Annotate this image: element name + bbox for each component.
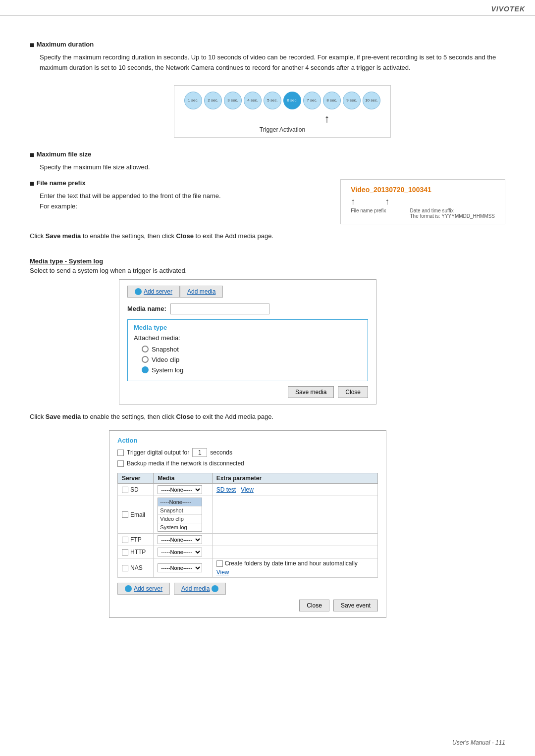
media-type-system-log-desc: Select to send a system log when a trigg…	[30, 267, 505, 274]
add-server-tab-label: Add server	[144, 288, 172, 295]
media-type-box: Media type Attached media: Snapshot Vide…	[127, 319, 368, 381]
attached-media-label: Attached media:	[134, 334, 362, 342]
email-option-video[interactable]: Video clip	[158, 515, 202, 523]
table-row: SD -----None----- Snapshot Video clip Sy…	[118, 484, 378, 496]
save-media-button[interactable]: Save media	[288, 386, 334, 398]
action-add-media-label: Add media	[181, 585, 210, 592]
filename-value: Video_20130720_100341	[351, 186, 495, 194]
add-server-tab[interactable]: Add server	[127, 286, 180, 298]
radio-video-clip-label: Video clip	[152, 356, 179, 363]
dot-6: 6 sec.	[283, 92, 301, 109]
dot-7: 7 sec.	[303, 92, 321, 109]
nas-media-select[interactable]: -----None----- Snapshot Video clip Syste…	[158, 563, 202, 572]
bullet-max-file-size: ■	[30, 151, 35, 159]
dot-5: 5 sec.	[264, 92, 281, 109]
backup-media-label: Backup media if the network is disconnec…	[127, 460, 244, 467]
trigger-diagram: 1 sec. 2 sec. 3 sec. 4 sec. 5 sec. 6 sec…	[174, 85, 391, 138]
nas-checkbox[interactable]	[122, 565, 128, 571]
nas-folder-label: Create folders by date time and hour aut…	[225, 560, 358, 567]
trigger-digital-input[interactable]	[192, 448, 207, 457]
save-media-note-1: Click Save media to enable the settings,…	[30, 231, 505, 241]
action-add-media-btn[interactable]: Add media	[174, 583, 226, 595]
filename-diagram: Video_20130720_100341 ↑ ↑ File name pref…	[340, 179, 505, 224]
ftp-checkbox[interactable]	[122, 537, 128, 543]
http-checkbox[interactable]	[122, 549, 128, 555]
brand-logo: VIVOTEK	[491, 5, 525, 13]
backup-media-checkbox[interactable]	[117, 460, 124, 467]
bullet-max-duration: ■	[30, 41, 35, 50]
email-server-label: Email	[130, 511, 145, 518]
dot-10: 10 sec.	[363, 92, 380, 109]
email-option-snapshot[interactable]: Snapshot	[158, 506, 202, 515]
col-header-media: Media	[154, 473, 212, 484]
nas-folder-checkbox[interactable]	[216, 560, 223, 567]
ftp-server-label: FTP	[130, 536, 142, 543]
fn-label-suffix: Date and time suffix	[410, 208, 495, 213]
col-header-extra: Extra parameter	[212, 473, 377, 484]
file-name-prefix-title: File name prefix	[37, 179, 86, 187]
dot-9: 9 sec.	[343, 92, 361, 109]
save-event-button[interactable]: Save event	[333, 600, 378, 611]
action-title: Action	[117, 437, 378, 444]
close-button[interactable]: Close	[338, 386, 368, 398]
fn-arrow-suffix: ↑	[385, 197, 389, 207]
trigger-digital-suffix: seconds	[210, 449, 232, 456]
ftp-media-select[interactable]: -----None----- Snapshot Video clip Syste…	[158, 535, 202, 544]
max-duration-body: Specify the maximum recording duration i…	[40, 52, 505, 73]
add-media-tab-label: Add media	[187, 288, 215, 295]
trigger-digital-checkbox[interactable]	[117, 450, 124, 456]
dot-4: 4 sec.	[244, 92, 262, 109]
radio-snapshot-label: Snapshot	[152, 346, 179, 353]
action-add-server-btn[interactable]: Add server	[117, 583, 170, 595]
bullet-file-name-prefix: ■	[30, 179, 35, 188]
dot-1: 1 sec.	[184, 92, 202, 109]
email-option-syslog[interactable]: System log	[158, 523, 202, 531]
radio-snapshot[interactable]	[142, 346, 149, 353]
trigger-digital-label: Trigger digital output for	[127, 449, 189, 456]
sd-checkbox[interactable]	[122, 487, 128, 493]
add-media-tab[interactable]: Add media	[180, 286, 223, 298]
fn-label-format: The format is: YYYYMMDD_HHMMSS	[410, 213, 495, 219]
email-option-none[interactable]: -----None-----	[158, 498, 202, 506]
table-row: HTTP -----None----- Snapshot Video clip …	[118, 546, 378, 558]
max-file-size-body: Specify the maximum file size allowed.	[40, 162, 505, 173]
save-media-note-2: Click Save media to enable the settings,…	[30, 412, 505, 422]
dot-2: 2 sec.	[204, 92, 222, 109]
sd-media-select[interactable]: -----None----- Snapshot Video clip Syste…	[158, 485, 202, 494]
sd-test-link[interactable]: SD test	[216, 486, 236, 493]
http-media-select[interactable]: -----None----- Snapshot Video clip Syste…	[158, 548, 202, 556]
table-row: NAS -----None----- Snapshot Video clip S…	[118, 558, 378, 578]
sd-view-link[interactable]: View	[241, 486, 254, 493]
dot-3: 3 sec.	[224, 92, 242, 109]
add-server-icon	[135, 288, 142, 295]
table-row: FTP -----None----- Snapshot Video clip S…	[118, 534, 378, 546]
action-close-button[interactable]: Close	[299, 600, 329, 611]
max-duration-title: Maximum duration	[37, 41, 94, 48]
email-checkbox[interactable]	[122, 511, 128, 518]
radio-system-log[interactable]	[142, 366, 149, 373]
sd-media-dropdown[interactable]: -----None----- Snapshot Video clip Syste…	[158, 485, 202, 494]
sd-server-label: SD	[130, 486, 139, 493]
action-add-media-icon	[212, 585, 218, 592]
nas-server-label: NAS	[130, 564, 143, 571]
action-add-server-icon	[125, 585, 132, 592]
radio-system-log-label: System log	[152, 366, 183, 374]
add-media-panel: Add server Add media Media name: Media t…	[119, 279, 376, 404]
max-file-size-title: Maximum file size	[37, 151, 92, 158]
radio-video-clip[interactable]	[142, 356, 149, 363]
trigger-label: Trigger Activation	[184, 126, 380, 133]
email-dropdown-open[interactable]: -----None----- Snapshot Video clip Syste…	[158, 498, 202, 532]
fn-label-prefix: File name prefix	[351, 208, 386, 213]
media-name-label: Media name:	[127, 305, 166, 312]
footer-text: User's Manual - 111	[452, 739, 505, 746]
nas-view-link[interactable]: View	[216, 569, 229, 576]
media-name-input[interactable]	[170, 303, 269, 314]
action-add-server-label: Add server	[134, 585, 162, 592]
http-server-label: HTTP	[130, 549, 146, 555]
media-type-system-log-heading: Media type - System log	[30, 257, 505, 265]
trigger-arrow: ↑	[273, 113, 380, 124]
file-name-prefix-body: Enter the text that will be appended to …	[40, 191, 321, 212]
table-row: Email -----None----- Snapshot Video clip…	[118, 496, 378, 534]
action-table: Server Media Extra parameter SD	[117, 473, 378, 578]
dot-8: 8 sec.	[323, 92, 341, 109]
